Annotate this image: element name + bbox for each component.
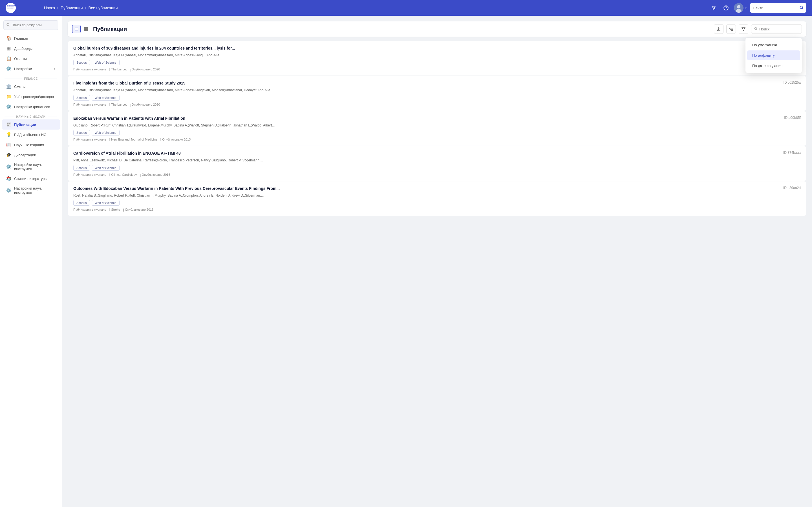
- pub-tags: ScopusWeb of Science: [73, 60, 801, 65]
- nav-icons: ▾: [709, 3, 806, 13]
- sidebar-item-dissertations[interactable]: 🎓 Диссертации: [2, 150, 60, 160]
- pub-tag: Scopus: [73, 200, 90, 206]
- pub-authors: Abbafati, Cristiana;Abbas, Kaja M.;Abbas…: [73, 88, 801, 93]
- svg-text:SECHENOV: SECHENOV: [7, 5, 15, 7]
- sidebar-item-accounting[interactable]: 📁 Учёт расходов/доходов: [2, 92, 60, 102]
- dissertations-icon: 🎓: [6, 152, 11, 158]
- pub-card[interactable]: Five insights from the Global Burden of …: [68, 76, 806, 110]
- pub-type: Публикация в журнале: [73, 173, 106, 176]
- pub-meta-divider2: |: [123, 209, 123, 211]
- pub-meta-divider: |: [109, 103, 110, 106]
- sidebar-label-accounting: Учёт расходов/доходов: [14, 95, 54, 99]
- page-title: Публикации: [93, 26, 711, 33]
- pub-card[interactable]: Cardioversion of Atrial Fibrillation in …: [68, 146, 806, 180]
- sidebar-item-journals[interactable]: 📖 Научные издания: [2, 140, 60, 150]
- chevron-down-icon: ▾: [745, 6, 747, 10]
- top-search-bar[interactable]: [750, 3, 806, 13]
- sidebar-item-fin-settings[interactable]: ⚙️ Настройки финансов: [2, 102, 60, 112]
- toolbar-search-icon: [754, 27, 758, 31]
- pub-year: Опубликовано 2020: [132, 68, 160, 71]
- pub-tag: Web of Science: [92, 95, 119, 101]
- toolbar-search[interactable]: [751, 24, 802, 34]
- pub-title: Five insights from the Global Burden of …: [73, 80, 779, 86]
- sidebar-label-fin-settings: Настройки финансов: [14, 105, 50, 109]
- pub-meta: Публикация в журнале | The Lancet | Опуб…: [73, 103, 801, 106]
- breadcrumb-all-publications[interactable]: Все публикации: [88, 6, 117, 10]
- pub-year: Опубликовано 2020: [132, 103, 160, 106]
- svg-rect-27: [86, 29, 88, 31]
- pub-id: ID c01525a: [783, 80, 801, 84]
- sidebar-item-rid[interactable]: 💡 РИД и объекты ИС: [2, 129, 60, 140]
- bibliography-icon: 📚: [6, 176, 11, 181]
- sidebar-label-journals: Научные издания: [14, 143, 44, 147]
- svg-point-13: [726, 9, 726, 9]
- sidebar-item-reports[interactable]: 📋 Отчеты: [2, 54, 60, 64]
- pub-tag: Web of Science: [92, 60, 119, 65]
- view-grid-button[interactable]: [82, 25, 90, 33]
- dashboards-icon: ▦: [6, 46, 11, 51]
- sidebar-label-home: Главная: [14, 36, 28, 41]
- pub-authors: Plitt, Anna;Ezekowitz, Michael D.;De Cat…: [73, 158, 801, 163]
- toolbar-search-input[interactable]: [759, 27, 796, 31]
- pub-header: Cardioversion of Atrial Fibrillation in …: [73, 151, 801, 156]
- pub-tags: ScopusWeb of Science: [73, 165, 801, 171]
- pub-header: Global burden of 369 diseases and injuri…: [73, 46, 801, 51]
- sidebar-item-estimates[interactable]: 🏛️ Сметы: [2, 81, 60, 92]
- sidebar-label-settings: Настройки: [14, 67, 32, 71]
- breadcrumb-publications[interactable]: Публикации: [61, 6, 83, 10]
- pub-card[interactable]: Global burden of 369 diseases and injuri…: [68, 41, 806, 75]
- pub-tag: Scopus: [73, 165, 90, 171]
- pub-card[interactable]: Outcomes With Edoxaban Versus Warfarin i…: [68, 181, 806, 216]
- pub-meta: Публикация в журнале | The Lancet | Опуб…: [73, 68, 801, 71]
- filter-button[interactable]: [739, 24, 748, 34]
- pub-authors: Rost, Natalia S.;Giugliano, Robert P.;Ru…: [73, 193, 801, 198]
- sort-dropdown: По умолчанию По алфавиту По дате создани…: [746, 38, 802, 73]
- sidebar-label-reports: Отчеты: [14, 57, 27, 61]
- pub-authors: Giugliano, Robert P.;Ruff, Christian T.;…: [73, 123, 801, 128]
- fin-settings-icon: ⚙️: [6, 104, 11, 109]
- sidebar-item-home[interactable]: 🏠 Главная: [2, 33, 60, 43]
- sidebar-item-dashboards[interactable]: ▦ Дашборды: [2, 43, 60, 54]
- top-search-icon: [800, 6, 804, 10]
- sidebar-section-science: НАУЧНЫЕ МОДУЛИ: [0, 112, 62, 119]
- pub-tag: Web of Science: [92, 200, 119, 206]
- pub-meta-divider2: |: [160, 138, 161, 141]
- pub-meta: Публикация в журнале | Clinical Cardiolo…: [73, 173, 801, 176]
- pub-year: Опубликовано 2016: [142, 173, 170, 176]
- sort-option-default[interactable]: По умолчанию: [747, 40, 800, 50]
- pub-id: ID e39aa2d: [783, 186, 801, 190]
- sidebar-search-icon: [6, 23, 10, 27]
- pub-tags: ScopusWeb of Science: [73, 200, 801, 206]
- rid-icon: 💡: [6, 132, 11, 137]
- nav-settings-icon[interactable]: [709, 3, 718, 12]
- breadcrumb-nauka[interactable]: Наука: [44, 6, 55, 10]
- top-search-input[interactable]: [753, 6, 798, 10]
- svg-point-17: [800, 6, 803, 8]
- sort-button[interactable]: [726, 24, 736, 34]
- pub-tags: ScopusWeb of Science: [73, 130, 801, 135]
- export-button[interactable]: [714, 24, 723, 34]
- sidebar-item-sci-tools2[interactable]: ⚙️ Настройки науч. инструмен: [2, 184, 60, 197]
- breadcrumb-sep-2: ›: [85, 6, 86, 10]
- sort-option-alphabetical[interactable]: По алфавиту: [747, 50, 800, 60]
- nav-help-icon[interactable]: [721, 3, 730, 12]
- sidebar-item-publications[interactable]: 📰 Публикации: [2, 119, 60, 129]
- sidebar-label-bibliography: Списки литературы: [14, 177, 47, 181]
- pub-card[interactable]: Edoxaban versus Warfarin in Patients wit…: [68, 111, 806, 146]
- sidebar-item-bibliography[interactable]: 📚 Списки литературы: [2, 173, 60, 184]
- sidebar-item-settings[interactable]: ⚙️ Настройки ▾: [2, 64, 60, 74]
- sidebar-search[interactable]: [3, 20, 58, 30]
- publications-icon: 📰: [6, 122, 11, 127]
- sidebar-item-sci-tools[interactable]: ⚙️ Настройки науч. инструмен: [2, 160, 60, 173]
- sort-option-date[interactable]: По дате создания: [747, 61, 800, 71]
- sidebar-search-input[interactable]: [11, 23, 55, 27]
- pub-header: Edoxaban versus Warfarin in Patients wit…: [73, 116, 801, 121]
- view-list-button[interactable]: [72, 25, 81, 33]
- user-area[interactable]: ▾: [734, 3, 747, 13]
- logo-icon: SECHENOV UNIVERSITY: [6, 3, 16, 13]
- user-avatar: [734, 3, 744, 13]
- main-content: Публикации: [62, 16, 812, 507]
- sci-tools2-icon: ⚙️: [6, 188, 11, 193]
- logo[interactable]: SECHENOV UNIVERSITY: [6, 3, 40, 13]
- pub-tags: ScopusWeb of Science: [73, 95, 801, 101]
